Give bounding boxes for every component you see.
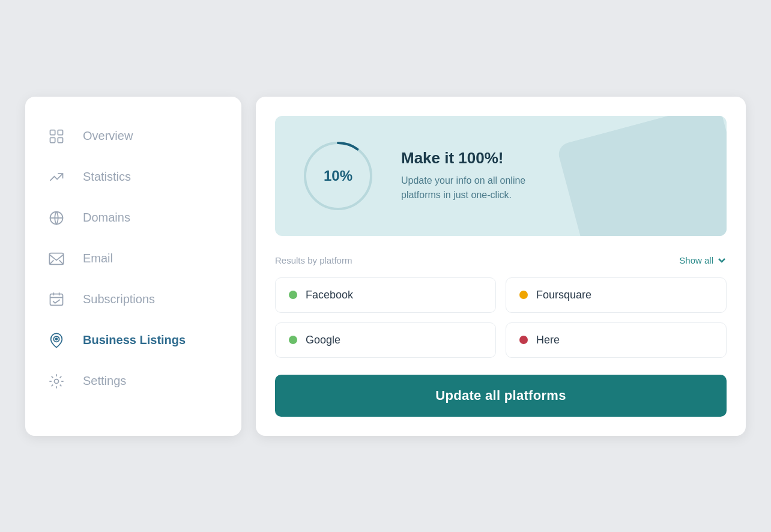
grid-icon — [47, 127, 66, 146]
update-all-button[interactable]: Update all platforms — [275, 375, 727, 417]
svg-line-7 — [49, 260, 53, 264]
main-content: 10% Make it 100%! Update your info on al… — [256, 97, 746, 436]
platform-card-google[interactable]: Google — [275, 322, 496, 358]
sidebar-item-label-overview: Overview — [83, 129, 133, 143]
sidebar-item-label-domains: Domains — [83, 211, 130, 225]
subscriptions-icon — [47, 290, 66, 309]
platform-card-foursquare[interactable]: Foursquare — [506, 277, 727, 313]
svg-rect-9 — [50, 294, 63, 305]
platform-name-here: Here — [536, 334, 560, 346]
platform-grid: Facebook Foursquare Google Here — [275, 277, 727, 358]
platform-card-facebook[interactable]: Facebook — [275, 277, 496, 313]
sidebar-item-settings[interactable]: Settings — [40, 361, 227, 402]
svg-rect-0 — [50, 130, 55, 135]
hero-subtitle: Update your info on all online platforms… — [401, 174, 557, 202]
svg-rect-1 — [58, 130, 62, 135]
sidebar-item-label-business-listings: Business Listings — [83, 333, 186, 347]
show-all-label: Show all — [679, 255, 713, 265]
page-wrapper: Overview Statistics Domains — [25, 97, 746, 436]
sidebar-item-label-statistics: Statistics — [83, 170, 131, 184]
chevron-down-icon — [717, 255, 727, 265]
foursquare-status-dot — [519, 291, 528, 299]
show-all-button[interactable]: Show all — [679, 255, 727, 265]
hero-text-block: Make it 100%! Update your info on all on… — [401, 149, 557, 202]
sidebar-item-domains[interactable]: Domains — [40, 198, 227, 238]
sidebar-item-overview[interactable]: Overview — [40, 116, 227, 157]
email-icon — [47, 249, 66, 268]
here-status-dot — [519, 336, 528, 344]
chart-icon — [47, 168, 66, 187]
svg-point-13 — [55, 379, 59, 383]
progress-text: 10% — [324, 168, 352, 184]
svg-rect-2 — [50, 138, 55, 142]
results-label: Results by platform — [275, 255, 352, 265]
globe-icon — [47, 208, 66, 228]
sidebar-item-subscriptions[interactable]: Subscriptions — [40, 279, 227, 320]
google-status-dot — [289, 336, 297, 344]
sidebar-item-label-email: Email — [83, 252, 113, 265]
results-header: Results by platform Show all — [275, 255, 727, 265]
sidebar: Overview Statistics Domains — [25, 97, 241, 436]
platform-name-facebook: Facebook — [306, 289, 353, 301]
sidebar-item-statistics[interactable]: Statistics — [40, 157, 227, 198]
platform-name-foursquare: Foursquare — [536, 289, 591, 301]
platform-card-here[interactable]: Here — [506, 322, 727, 358]
listings-icon — [47, 331, 66, 350]
hero-card: 10% Make it 100%! Update your info on al… — [275, 116, 727, 236]
svg-point-12 — [55, 337, 58, 340]
svg-line-8 — [59, 260, 64, 264]
platform-name-google: Google — [306, 334, 340, 346]
facebook-status-dot — [289, 291, 297, 299]
sidebar-item-email[interactable]: Email — [40, 238, 227, 279]
sidebar-item-label-settings: Settings — [83, 374, 126, 388]
sidebar-item-business-listings[interactable]: Business Listings — [40, 320, 227, 361]
sidebar-item-label-subscriptions: Subscriptions — [83, 292, 155, 306]
progress-indicator: 10% — [299, 137, 377, 215]
settings-icon — [47, 372, 66, 391]
hero-title: Make it 100%! — [401, 149, 557, 168]
svg-rect-3 — [58, 138, 62, 142]
